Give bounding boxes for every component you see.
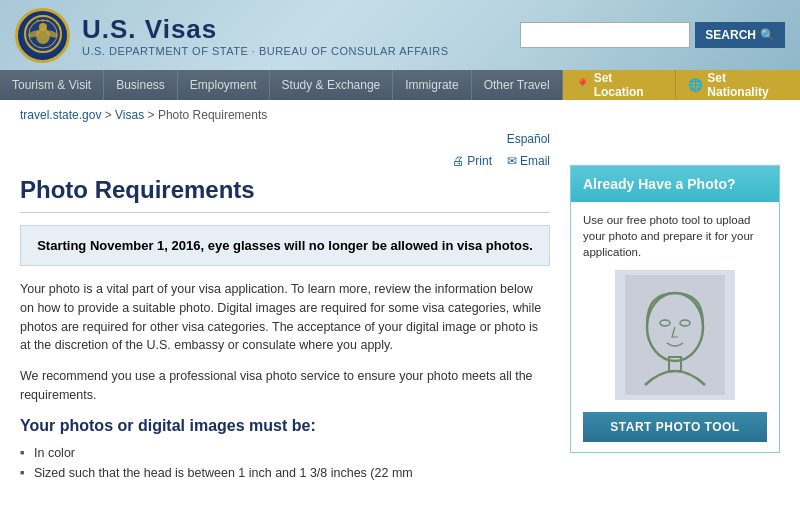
header-left: ★ ★ ★ U.S. Visas U.S. DEPARTMENT OF STAT… bbox=[15, 8, 449, 63]
location-icon: 📍 bbox=[575, 78, 590, 92]
search-area: SEARCH 🔍 bbox=[520, 22, 785, 48]
card-description: Use our free photo tool to upload your p… bbox=[583, 212, 767, 260]
card-body: Use our free photo tool to upload your p… bbox=[571, 202, 779, 452]
requirements-list: In color Sized such that the head is bet… bbox=[20, 443, 550, 483]
header: ★ ★ ★ U.S. Visas U.S. DEPARTMENT OF STAT… bbox=[0, 0, 800, 70]
svg-point-5 bbox=[39, 23, 47, 31]
page-title: Photo Requirements bbox=[20, 176, 550, 204]
site-title: U.S. Visas U.S. DEPARTMENT OF STATE · BU… bbox=[82, 14, 449, 57]
set-nationality-label: Set Nationality bbox=[707, 71, 788, 99]
nav-other-label: Other Travel bbox=[484, 78, 550, 92]
body-paragraph-2: We recommend you use a professional visa… bbox=[20, 367, 550, 405]
photo-preview bbox=[615, 270, 735, 400]
list-item-text: Sized such that the head is between 1 in… bbox=[34, 466, 413, 480]
card-title: Already Have a Photo? bbox=[583, 176, 736, 192]
set-nationality-btn[interactable]: 🌐 Set Nationality bbox=[675, 70, 800, 100]
breadcrumb: travel.state.gov > Visas > Photo Require… bbox=[0, 100, 800, 130]
nav-item-other[interactable]: Other Travel bbox=[472, 70, 563, 100]
nav-immigrate-label: Immigrate bbox=[405, 78, 458, 92]
breadcrumb-home[interactable]: travel.state.gov bbox=[20, 108, 101, 122]
set-location-btn[interactable]: 📍 Set Location bbox=[563, 70, 676, 100]
face-outline-icon bbox=[625, 275, 725, 395]
nav-bar: Tourism & Visit Business Employment Stud… bbox=[0, 70, 800, 100]
email-icon: ✉ bbox=[507, 154, 517, 168]
start-btn-label: START PHOTO TOOL bbox=[610, 420, 739, 434]
nav-employment-label: Employment bbox=[190, 78, 257, 92]
list-item: In color bbox=[20, 443, 550, 463]
site-subtitle: U.S. DEPARTMENT OF STATE · BUREAU OF CON… bbox=[82, 45, 449, 57]
espanol-link[interactable]: Español bbox=[507, 132, 550, 146]
language-bar: Español bbox=[20, 130, 550, 150]
nav-tourism-label: Tourism & Visit bbox=[12, 78, 91, 92]
content-area: Español 🖨 Print ✉ Email Photo Requiremen… bbox=[20, 130, 550, 483]
body-paragraph-1: Your photo is a vital part of your visa … bbox=[20, 280, 550, 355]
main-content: Español 🖨 Print ✉ Email Photo Requiremen… bbox=[0, 130, 800, 483]
notice-text: Starting November 1, 2016, eye glasses w… bbox=[37, 238, 533, 253]
print-link[interactable]: 🖨 Print bbox=[452, 154, 492, 168]
email-link[interactable]: ✉ Email bbox=[507, 154, 550, 168]
list-item: Sized such that the head is between 1 in… bbox=[20, 463, 550, 483]
photo-tool-card: Already Have a Photo? Use our free photo… bbox=[570, 165, 780, 453]
sidebar: Already Have a Photo? Use our free photo… bbox=[570, 130, 780, 483]
site-name: U.S. Visas bbox=[82, 14, 449, 45]
set-location-label: Set Location bbox=[594, 71, 664, 99]
nav-item-business[interactable]: Business bbox=[104, 70, 178, 100]
nav-business-label: Business bbox=[116, 78, 165, 92]
print-icon: 🖨 bbox=[452, 154, 464, 168]
card-header: Already Have a Photo? bbox=[571, 166, 779, 202]
svg-text:★ ★ ★: ★ ★ ★ bbox=[35, 18, 49, 23]
breadcrumb-sep2: > bbox=[148, 108, 158, 122]
nav-item-employment[interactable]: Employment bbox=[178, 70, 270, 100]
search-icon: 🔍 bbox=[760, 28, 775, 42]
department-seal: ★ ★ ★ bbox=[15, 8, 70, 63]
nationality-icon: 🌐 bbox=[688, 78, 703, 92]
seal-icon: ★ ★ ★ bbox=[23, 14, 63, 57]
print-label: Print bbox=[467, 154, 492, 168]
start-photo-tool-button[interactable]: START PHOTO TOOL bbox=[583, 412, 767, 442]
nav-item-study[interactable]: Study & Exchange bbox=[270, 70, 394, 100]
list-item-text: In color bbox=[34, 446, 75, 460]
nav-study-label: Study & Exchange bbox=[282, 78, 381, 92]
email-label: Email bbox=[520, 154, 550, 168]
breadcrumb-visas[interactable]: Visas bbox=[115, 108, 144, 122]
breadcrumb-sep1: > bbox=[105, 108, 115, 122]
search-btn-label: SEARCH bbox=[705, 28, 756, 42]
search-input[interactable] bbox=[520, 22, 690, 48]
breadcrumb-current: Photo Requirements bbox=[158, 108, 267, 122]
nav-item-immigrate[interactable]: Immigrate bbox=[393, 70, 471, 100]
title-divider bbox=[20, 212, 550, 213]
nav-item-tourism[interactable]: Tourism & Visit bbox=[0, 70, 104, 100]
action-links: 🖨 Print ✉ Email bbox=[20, 150, 550, 176]
notice-box: Starting November 1, 2016, eye glasses w… bbox=[20, 225, 550, 266]
search-button[interactable]: SEARCH 🔍 bbox=[695, 22, 785, 48]
list-heading: Your photos or digital images must be: bbox=[20, 417, 550, 435]
